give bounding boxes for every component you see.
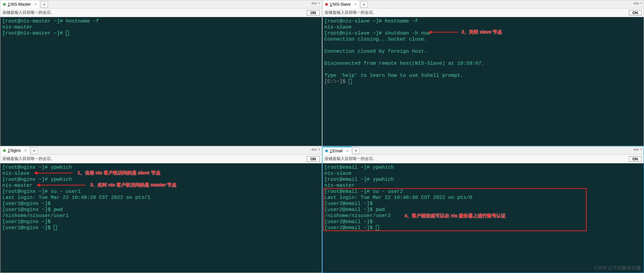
tab-nav-arrows[interactable]: ◀ ▶ ▾ [311, 1, 320, 5]
add-tab-button[interactable]: + [41, 1, 48, 8]
annotation-4: 4、客户就依然可以在 nis 服务器上进行账号认证 [405, 213, 506, 219]
term-line: /nishome/nisuser/user1 [2, 213, 69, 219]
term-line: nis-master [2, 183, 33, 188]
term-line: Connection closing...Socket close. [325, 37, 427, 42]
annotation-3: 3、此时 nis 客户机访问的是 master 节点 [90, 182, 177, 188]
tab-number: 1 [8, 2, 10, 7]
on-toggle[interactable]: ON [307, 156, 320, 162]
toolbar-hint: 送键盘输入目前唯一的会话。 [325, 156, 377, 162]
tab-email[interactable]: 1 Email ✕ [323, 147, 352, 155]
pane-nginx: 1 Nginx ✕ + ◀ ▶ ▾ 送键盘输入目前唯一的会话。 ON [root… [0, 146, 322, 273]
cursor-icon [66, 31, 69, 36]
status-dot-icon [325, 150, 328, 152]
term-line: [root@nginx ~]# ypwhich [2, 165, 72, 170]
term-line: [root@email ~]# ypwhich [325, 177, 394, 182]
term-line: nis-slave [325, 171, 352, 176]
toolbar: 送键盘输入目前唯一的会话。 ON [0, 8, 322, 17]
term-line: Connection closed by foreign host. [325, 49, 427, 54]
tab-number: 1 [330, 149, 332, 153]
close-icon[interactable]: ✕ [34, 2, 37, 6]
tab-nginx[interactable]: 1 Nginx ✕ [0, 147, 30, 155]
term-line: /nishome/nisuser/user2 [325, 213, 391, 219]
annotation-2: 2、关闭 slave 节点 [462, 29, 502, 35]
tab-nis-slave[interactable]: 1 NIS-Slave ✕ [323, 0, 360, 8]
term-line: [user1@nginx ~]$ [2, 201, 51, 207]
tabbar: 1 Email ✕ + ◀ ▶ ▾ [323, 147, 644, 155]
arrow-icon [430, 32, 458, 33]
toolbar-hint: 送键盘输入目前唯一的会话。 [2, 156, 55, 162]
tabbar: 1 Nginx ✕ + ◀ ▶ ▾ [0, 147, 322, 155]
terminal-nis-slave[interactable]: [root@nis-slave ~]# hostname -f nis-slav… [323, 17, 644, 146]
term-line: [user2@email ~]$ pwd [325, 207, 385, 213]
term-line: [user2@email ~]$ [325, 225, 376, 231]
status-dot-icon [325, 3, 328, 6]
pane-email: 1 Email ✕ + ◀ ▶ ▾ 送键盘输入目前唯一的会话。 ON [root… [322, 146, 644, 273]
toolbar: 送键盘输入目前唯一的会话。 ON [323, 155, 644, 163]
term-line: [user2@email ~]$ [325, 219, 373, 225]
term-line: nis-slave [2, 171, 30, 176]
tab-nav-arrows[interactable]: ◀ ▶ ▾ [311, 147, 320, 152]
status-dot-icon [3, 149, 6, 152]
terminal-nginx[interactable]: [root@nginx ~]# ypwhich nis-slave [root@… [0, 163, 322, 273]
add-tab-button[interactable]: + [360, 1, 368, 8]
term-line: [root@nis-slave ~]# hostname -f [325, 18, 418, 24]
tab-nav-arrows[interactable]: ◀ ▶ ▾ [633, 147, 642, 152]
term-line: Disconnected from remote host(NIS-Slave)… [325, 61, 485, 66]
on-toggle[interactable]: ON [629, 156, 642, 162]
watermark: CSDN @方先森有点懒 [594, 265, 641, 271]
term-line: [root@nis-master ~]# [2, 31, 66, 36]
toolbar: 送键盘输入目前唯一的会话。 ON [323, 8, 644, 17]
on-toggle[interactable]: ON [307, 10, 320, 15]
toolbar: 送键盘输入目前唯一的会话。 ON [0, 155, 322, 163]
terminal-nis-master[interactable]: [root@nis-master ~]# hostname -f nis-mas… [0, 17, 322, 146]
term-line: [root@email ~]# su - user2 [325, 189, 403, 195]
tab-nav-arrows[interactable]: ◀ ▶ ▾ [633, 1, 642, 5]
tab-label: Nginx [10, 148, 21, 153]
toolbar-hint: 送键盘输入目前唯一的会话。 [2, 10, 55, 15]
term-line: Type `help' to learn how to use Xshell p… [325, 73, 463, 78]
term-line: nis-slave [325, 24, 352, 30]
arrow-icon [38, 185, 85, 185]
close-icon[interactable]: ✕ [24, 149, 27, 152]
tabbar: 1 NIS-Slave ✕ + ◀ ▶ ▾ [323, 0, 644, 8]
status-dot-icon [3, 3, 6, 6]
term-line: [user1@nginx ~]$ [2, 219, 51, 225]
add-tab-button[interactable]: + [31, 147, 38, 154]
term-line: [user2@email ~]$ [325, 201, 373, 207]
on-toggle[interactable]: ON [629, 10, 642, 15]
tabbar: 1 NIS-Master ✕ + ◀ ▶ ▾ [0, 0, 322, 8]
close-icon[interactable]: ✕ [346, 149, 349, 153]
tab-number: 1 [8, 148, 10, 153]
cursor-icon [54, 225, 57, 230]
tab-label: NIS-Master [10, 2, 31, 7]
add-tab-button[interactable]: + [352, 147, 360, 154]
close-icon[interactable]: ✕ [354, 2, 357, 6]
term-line: [root@nginx ~]# su - user1 [2, 189, 81, 195]
tab-number: 1 [330, 2, 332, 7]
tab-label: Email [333, 149, 343, 153]
term-line: Last login: Tue Mar 22 10:48:30 CST 2022… [325, 195, 473, 201]
tab-nis-master[interactable]: 1 NIS-Master ✕ [0, 0, 40, 8]
term-line: [user1@nginx ~]$ [2, 225, 54, 231]
pane-nis-slave: 1 NIS-Slave ✕ + ◀ ▶ ▾ 送键盘输入目前唯一的会话。 ON [… [322, 0, 644, 146]
term-line: [user1@nginx ~]$ pwd [2, 207, 63, 213]
toolbar-hint: 送键盘输入目前唯一的会话。 [325, 10, 377, 15]
arrow-icon [36, 173, 72, 173]
term-line: [root@nis-slave ~]# shutdown -h now [325, 31, 430, 36]
cursor-icon [376, 225, 379, 230]
term-line: nis-master [2, 24, 33, 30]
term-line: nis-master [325, 183, 355, 188]
tab-label: NIS-Slave [333, 2, 351, 7]
pane-nis-master: 1 NIS-Master ✕ + ◀ ▶ ▾ 送键盘输入目前唯一的会话。 ON … [0, 0, 322, 146]
term-line: Last login: Tue Mar 22 10:48:20 CST 2022… [2, 195, 150, 201]
term-line: [C:\~]$ [325, 79, 349, 85]
term-line: [root@nis-master ~]# hostname -f [2, 18, 99, 24]
terminal-email[interactable]: [root@email ~]# ypwhich nis-slave [root@… [323, 163, 644, 273]
annotation-1: 1、当前 nis 客户机访问的是 slave 节点 [78, 170, 160, 176]
cursor-icon [349, 79, 352, 84]
term-line: [root@nginx ~]# ypwhich [2, 177, 72, 182]
term-line: [root@email ~]# ypwhich [325, 165, 394, 170]
